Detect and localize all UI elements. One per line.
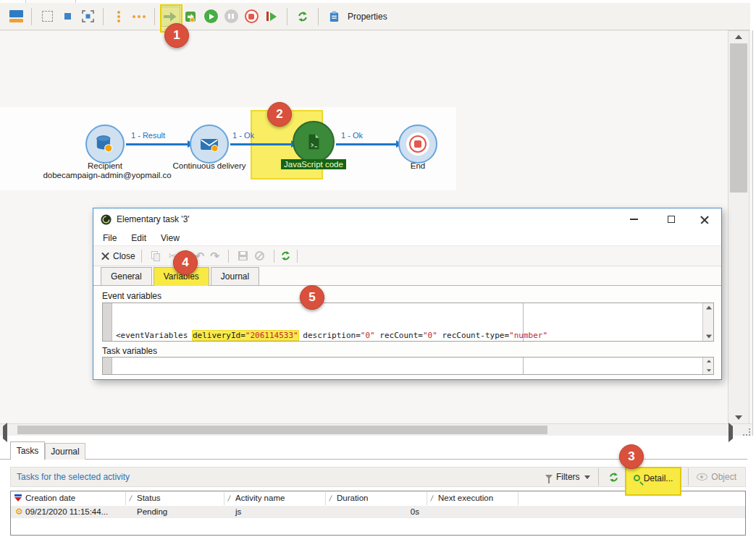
funnel-icon (545, 475, 553, 479)
app-logo-icon (101, 214, 112, 225)
select-zone-button[interactable] (37, 7, 57, 27)
tasks-bar-actions: Filters Detail... Object (542, 462, 739, 491)
close-x-icon (101, 252, 109, 261)
annotation-badge-4: 4 (173, 250, 198, 275)
step-icon (266, 12, 277, 21)
horizontal-align-button[interactable] (129, 7, 149, 27)
play-button[interactable] (201, 7, 221, 27)
tasks-table: Creation date Status Activity name Durat… (10, 491, 746, 536)
maximize-button[interactable] (666, 208, 676, 230)
menu-edit[interactable]: Edit (131, 233, 146, 243)
chevron-down-icon (584, 475, 590, 479)
task-field-spinner[interactable] (702, 358, 713, 374)
bar-separator (598, 468, 599, 486)
resize-grip[interactable] (743, 428, 750, 436)
column-divider[interactable] (325, 492, 326, 505)
menu-file[interactable]: File (103, 233, 117, 243)
tab-journal[interactable]: Journal (211, 267, 259, 285)
close-button[interactable]: Close (101, 251, 135, 261)
vertical-scroll-thumb[interactable] (730, 43, 747, 193)
elementary-task-dialog: Elementary task '3' File Edit View Close… (93, 208, 722, 380)
node-end[interactable] (398, 124, 437, 164)
display-mode-button[interactable] (6, 7, 26, 27)
scroll-left-arrow[interactable] (3, 426, 7, 439)
bar-separator (688, 468, 689, 486)
blue-square-icon (64, 13, 71, 20)
canvas-vertical-scrollbar[interactable] (728, 30, 749, 424)
column-divider[interactable] (427, 492, 427, 505)
select-activity-button[interactable] (57, 7, 77, 27)
sort-slash-icon (329, 495, 332, 502)
sort-slash-icon (227, 495, 231, 502)
stop-icon (245, 9, 259, 23)
fit-selection-button[interactable] (77, 7, 98, 27)
dialog-title: Elementary task '3' (117, 214, 629, 224)
copy-icon[interactable] (151, 251, 161, 261)
horizontal-scroll-thumb[interactable] (17, 426, 547, 434)
node-recipient[interactable] (85, 124, 125, 164)
column-header-next-execution[interactable]: Next execution (438, 494, 493, 502)
table-row[interactable]: ⚙ 09/21/2020 11:15:44... Pending js 0s (11, 506, 745, 518)
event-variables-label: Event variables (102, 291, 161, 301)
toolbar-separator (228, 250, 229, 263)
column-header-duration[interactable]: Duration (337, 494, 368, 502)
object-button[interactable]: Object (694, 472, 739, 482)
menu-view[interactable]: View (161, 233, 180, 243)
save-icon[interactable] (238, 251, 248, 261)
close-window-button[interactable] (700, 208, 710, 230)
column-divider[interactable] (224, 492, 224, 505)
bottom-tab-tasks[interactable]: Tasks (10, 441, 45, 460)
cell-status: Pending (137, 507, 167, 516)
column-divider[interactable] (125, 492, 126, 505)
vertical-align-button[interactable] (109, 7, 129, 27)
minimize-button[interactable] (629, 208, 639, 230)
main-toolbar: Properties (0, 3, 750, 30)
redo-icon[interactable]: ↷ (210, 250, 219, 263)
node-continuous-delivery[interactable] (190, 124, 229, 164)
pause-icon (224, 9, 238, 23)
cancel-icon[interactable] (255, 251, 264, 261)
column-header-activity-name[interactable]: Activity name (235, 494, 285, 502)
bottom-tab-journal[interactable]: Journal (45, 443, 85, 460)
filters-button[interactable]: Filters (542, 472, 593, 482)
restart-green-icon (184, 10, 197, 23)
transition-arrow[interactable] (336, 143, 397, 145)
task-variables-field[interactable] (102, 357, 714, 375)
properties-label[interactable]: Properties (348, 12, 387, 22)
tasks-bar-title: Tasks for the selected activity (17, 472, 130, 482)
transition-arrow[interactable] (126, 143, 188, 145)
toolbar-separator (318, 8, 319, 25)
event-variables-xml[interactable]: <eventVariables deliveryId="206114533" d… (116, 307, 700, 399)
properties-button[interactable] (324, 7, 344, 27)
step-button[interactable] (261, 7, 282, 27)
scroll-down-arrow[interactable] (728, 412, 749, 423)
dialog-titlebar[interactable]: Elementary task '3' (93, 208, 721, 230)
scroll-up-arrow[interactable] (728, 31, 749, 43)
tasks-action-bar: Tasks for the selected activity Filters … (10, 467, 746, 487)
stop-button[interactable] (241, 7, 261, 27)
transition-arrow[interactable] (230, 143, 292, 145)
refresh-icon (297, 11, 308, 22)
sort-slash-icon (129, 495, 133, 502)
sort-slash-icon (430, 495, 434, 502)
node-javascript-code[interactable] (293, 121, 335, 163)
column-divider[interactable] (518, 492, 518, 505)
detail-button[interactable]: Detail... (625, 467, 682, 496)
event-field-scrollbar[interactable] (702, 303, 713, 341)
refresh-button[interactable] (293, 7, 313, 27)
gutter (103, 358, 112, 374)
canvas-horizontal-scrollbar[interactable] (0, 423, 752, 436)
sort-indicator-icon[interactable] (14, 494, 22, 502)
column-header-status[interactable]: Status (137, 494, 161, 502)
column-header-creation-date[interactable]: Creation date (25, 494, 75, 502)
pause-button[interactable] (221, 7, 241, 27)
tab-general[interactable]: General (101, 267, 152, 285)
scroll-right-arrow[interactable] (728, 426, 733, 439)
restart-workflow-button[interactable] (180, 7, 201, 27)
envelope-icon (198, 133, 220, 155)
refresh-icon[interactable] (280, 250, 291, 261)
display-icon (9, 10, 23, 22)
refresh-icon[interactable] (608, 472, 619, 483)
event-variables-field[interactable]: <eventVariables deliveryId="206114533" d… (102, 303, 714, 342)
workflow-app: Properties 1 - Result 1 - Ok 1 - Ok Reci… (0, 0, 756, 537)
